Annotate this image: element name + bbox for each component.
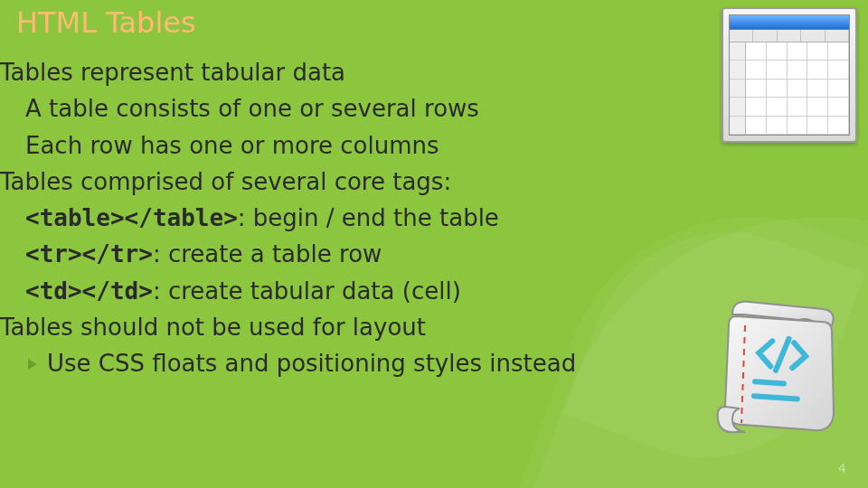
script-scroll-icon	[705, 298, 841, 438]
bullet-text: Use CSS floats and positioning styles in…	[47, 345, 576, 381]
code-tag: <tr></tr>	[25, 240, 153, 267]
svg-line-3	[754, 396, 797, 399]
svg-line-2	[755, 381, 784, 383]
bullet-level1: Tables should not be used for layout	[0, 309, 633, 345]
arrow-icon	[25, 356, 42, 372]
bullet-level2: <table></table>: begin / end the table	[25, 200, 633, 236]
bullet-level2: Use CSS floats and positioning styles in…	[25, 345, 633, 381]
bullet-level1: Tables represent tabular data	[0, 54, 633, 90]
bullet-level1: Tables comprised of several core tags:	[0, 164, 633, 200]
bullet-level2: <td></td>: create tabular data (cell)	[25, 273, 633, 309]
page-number: 4	[838, 461, 846, 475]
table-icon	[722, 7, 857, 143]
bullet-text: : create tabular data (cell)	[153, 277, 461, 305]
bullet-text: : begin / end the table	[238, 204, 499, 231]
bullet-level2: Each row has one or more columns	[25, 127, 633, 164]
code-tag: <table></table>	[25, 204, 238, 231]
slide-title: HTML Tables	[16, 5, 196, 40]
bullet-level2: A table consists of one or several rows	[25, 90, 633, 127]
bullet-text: : create a table row	[153, 240, 382, 267]
code-tag: <td></td>	[25, 277, 153, 305]
bullet-level2: <tr></tr>: create a table row	[25, 236, 633, 272]
slide-body: Tables represent tabular data A table co…	[0, 54, 633, 382]
